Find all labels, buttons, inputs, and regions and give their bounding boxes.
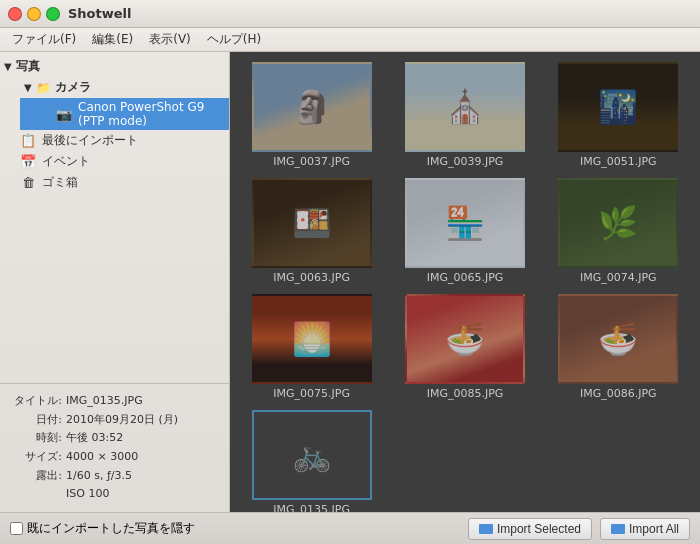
time-value: 午後 03:52 <box>66 429 123 448</box>
import-selected-label: Import Selected <box>497 522 581 536</box>
sidebar-item-trash[interactable]: 🗑 ゴミ箱 <box>0 172 229 193</box>
import-all-icon <box>611 524 625 534</box>
sidebar-camera-group: ▼ 📁 カメラ <box>20 77 229 98</box>
sidebar-group-camera: ▼ 📁 カメラ 📷 Canon PowerShot G9 (PTP mode) <box>0 77 229 130</box>
sidebar-item-events[interactable]: 📅 イベント <box>0 151 229 172</box>
photo-label: IMG_0065.JPG <box>427 271 504 284</box>
menu-edit[interactable]: 編集(E) <box>84 29 141 50</box>
photo-thumbnail: 🍱 <box>252 178 372 268</box>
sidebar-canon-label: Canon PowerShot G9 (PTP mode) <box>78 100 221 128</box>
photo-item[interactable]: 🌿IMG_0074.JPG <box>547 178 690 284</box>
sidebar-trash-label: ゴミ箱 <box>42 174 78 191</box>
sidebar-section-photos: ▼ 写真 ▼ 📁 カメラ 📷 Canon PowerShot G9 (PTP m… <box>0 52 229 197</box>
photo-grid: 🗿IMG_0037.JPG⛪IMG_0039.JPG🌃IMG_0051.JPG🍱… <box>240 62 690 512</box>
camera-icon: 📷 <box>56 107 72 122</box>
photo-item[interactable]: ⛪IMG_0039.JPG <box>393 62 536 168</box>
photo-label: IMG_0039.JPG <box>427 155 504 168</box>
sidebar-group-photos: ▼ 写真 <box>0 56 229 77</box>
sidebar: ▼ 写真 ▼ 📁 カメラ 📷 Canon PowerShot G9 (PTP m… <box>0 52 230 512</box>
bottom-bar: 既にインポートした写真を隠す Import Selected Import Al… <box>0 512 700 544</box>
sidebar-events-label: イベント <box>42 153 90 170</box>
bottom-right: Import Selected Import All <box>468 518 690 540</box>
photo-item[interactable]: 🍜IMG_0085.JPG <box>393 294 536 400</box>
camera-folder-icon: 📁 <box>36 81 51 95</box>
menu-file[interactable]: ファイル(F) <box>4 29 84 50</box>
photo-item[interactable]: 🍱IMG_0063.JPG <box>240 178 383 284</box>
bottom-left: 既にインポートした写真を隠す <box>10 520 195 537</box>
photo-label: IMG_0085.JPG <box>427 387 504 400</box>
import-selected-icon <box>479 524 493 534</box>
events-icon: 📅 <box>20 154 36 169</box>
exposure-value: 1/60 s, ƒ/3.5 <box>66 467 132 486</box>
photo-thumbnail: ⛪ <box>405 62 525 152</box>
photo-thumbnail: 🌃 <box>558 62 678 152</box>
hide-imported-checkbox-area[interactable]: 既にインポートした写真を隠す <box>10 520 195 537</box>
title-key: タイトル: <box>12 392 62 411</box>
photo-item[interactable]: 🌅IMG_0075.JPG <box>240 294 383 400</box>
trash-icon: 🗑 <box>20 175 36 190</box>
photo-label: IMG_0075.JPG <box>273 387 350 400</box>
photo-label: IMG_0135.JPG <box>273 503 350 512</box>
photo-label: IMG_0037.JPG <box>273 155 350 168</box>
photo-thumbnail: 🗿 <box>252 62 372 152</box>
exposure-key: 露出: <box>12 467 62 486</box>
photo-thumbnail: 🍜 <box>558 294 678 384</box>
titlebar: Shotwell <box>0 0 700 28</box>
sidebar-camera-label: カメラ <box>55 79 91 96</box>
last-import-icon: 📋 <box>20 133 36 148</box>
sidebar-item-canon[interactable]: 📷 Canon PowerShot G9 (PTP mode) <box>20 98 229 130</box>
minimize-button[interactable] <box>27 7 41 21</box>
photo-label: IMG_0086.JPG <box>580 387 657 400</box>
main-layout: ▼ 写真 ▼ 📁 カメラ 📷 Canon PowerShot G9 (PTP m… <box>0 52 700 512</box>
sidebar-item-last-import[interactable]: 📋 最後にインポート <box>0 130 229 151</box>
date-key: 日付: <box>12 411 62 430</box>
menubar: ファイル(F) 編集(E) 表示(V) ヘルプ(H) <box>0 28 700 52</box>
import-all-button[interactable]: Import All <box>600 518 690 540</box>
photo-thumbnail: 🍜 <box>405 294 525 384</box>
photo-label: IMG_0074.JPG <box>580 271 657 284</box>
size-key: サイズ: <box>12 448 62 467</box>
hide-imported-checkbox[interactable] <box>10 522 23 535</box>
window-controls[interactable] <box>8 7 60 21</box>
photo-label: IMG_0063.JPG <box>273 271 350 284</box>
photo-thumbnail: 🚲 <box>252 410 372 500</box>
photo-item[interactable]: 🍜IMG_0086.JPG <box>547 294 690 400</box>
photo-label: IMG_0051.JPG <box>580 155 657 168</box>
time-key: 時刻: <box>12 429 62 448</box>
menu-help[interactable]: ヘルプ(H) <box>199 29 269 50</box>
photo-thumbnail: 🏪 <box>405 178 525 268</box>
size-value: 4000 × 3000 <box>66 448 138 467</box>
hide-imported-label: 既にインポートした写真を隠す <box>27 520 195 537</box>
photos-toggle[interactable]: ▼ <box>4 61 12 72</box>
sidebar-last-import-label: 最後にインポート <box>42 132 138 149</box>
info-panel: タイトル: IMG_0135.JPG 日付: 2010年09月20日 (月) 時… <box>0 383 229 512</box>
photo-item[interactable]: 🚲IMG_0135.JPG <box>240 410 383 512</box>
import-all-label: Import All <box>629 522 679 536</box>
window-title: Shotwell <box>68 6 132 21</box>
iso-key <box>12 485 62 504</box>
maximize-button[interactable] <box>46 7 60 21</box>
menu-view[interactable]: 表示(V) <box>141 29 199 50</box>
photo-item[interactable]: 🌃IMG_0051.JPG <box>547 62 690 168</box>
photo-item[interactable]: 🏪IMG_0065.JPG <box>393 178 536 284</box>
title-value: IMG_0135.JPG <box>66 392 143 411</box>
import-selected-button[interactable]: Import Selected <box>468 518 592 540</box>
date-value: 2010年09月20日 (月) <box>66 411 178 430</box>
photo-thumbnail: 🌅 <box>252 294 372 384</box>
photo-item[interactable]: 🗿IMG_0037.JPG <box>240 62 383 168</box>
sidebar-photos-label: 写真 <box>16 58 40 75</box>
photo-thumbnail: 🌿 <box>558 178 678 268</box>
close-button[interactable] <box>8 7 22 21</box>
camera-toggle[interactable]: ▼ <box>24 82 32 93</box>
photo-grid-area: 🗿IMG_0037.JPG⛪IMG_0039.JPG🌃IMG_0051.JPG🍱… <box>230 52 700 512</box>
iso-value: ISO 100 <box>66 485 109 504</box>
